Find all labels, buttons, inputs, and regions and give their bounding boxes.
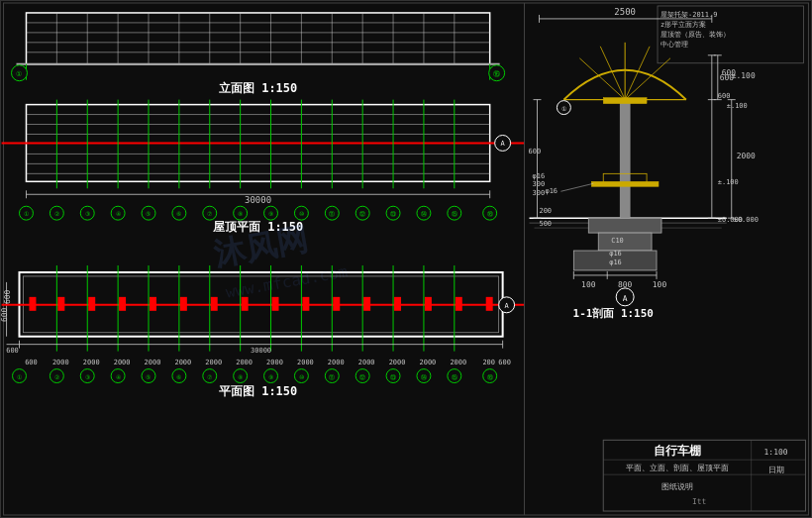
- svg-text:±.100: ±.100: [727, 102, 748, 110]
- svg-text:30000: 30000: [251, 347, 271, 355]
- svg-text:2000: 2000: [205, 359, 222, 366]
- svg-text:200: 200: [539, 207, 552, 215]
- svg-text:⑦: ⑦: [207, 373, 212, 380]
- svg-text:⑫: ⑫: [359, 210, 365, 217]
- svg-rect-101: [211, 297, 218, 311]
- svg-text:立面图 1:150: 立面图 1:150: [219, 81, 297, 95]
- svg-text:600: 600: [1, 307, 9, 322]
- svg-text:自行车棚: 自行车棚: [654, 444, 701, 458]
- svg-text:φ16: φ16: [609, 250, 622, 258]
- svg-rect-223: [620, 183, 630, 218]
- svg-text:②: ②: [54, 210, 59, 217]
- svg-text:600: 600: [6, 347, 19, 355]
- svg-text:⑨: ⑨: [268, 373, 273, 380]
- svg-text:2000: 2000: [174, 359, 191, 366]
- svg-text:Itt: Itt: [692, 497, 706, 506]
- svg-text:①: ①: [561, 105, 566, 112]
- svg-text:φ16: φ16: [533, 172, 546, 180]
- svg-text:600: 600: [498, 359, 511, 366]
- svg-text:C10: C10: [611, 237, 624, 245]
- svg-text:④: ④: [116, 373, 121, 380]
- svg-text:⑫: ⑫: [359, 373, 365, 380]
- svg-rect-104: [302, 297, 309, 311]
- svg-text:⑦: ⑦: [207, 210, 212, 217]
- svg-text:φ16: φ16: [545, 187, 558, 195]
- svg-text:平面图 1:150: 平面图 1:150: [219, 384, 297, 398]
- svg-text:600: 600: [720, 73, 735, 82]
- svg-text:①: ①: [16, 70, 22, 78]
- svg-text:z形平立面方案: z形平立面方案: [660, 20, 706, 29]
- svg-rect-103: [272, 297, 279, 311]
- svg-rect-98: [119, 297, 126, 311]
- svg-text:屋顶管（原告、装饰）: 屋顶管（原告、装饰）: [660, 31, 730, 39]
- svg-text:2000: 2000: [328, 359, 345, 366]
- svg-text:④: ④: [116, 210, 121, 217]
- svg-text:300: 300: [533, 189, 546, 197]
- svg-text:600: 600: [25, 359, 38, 366]
- svg-text:600: 600: [529, 148, 542, 155]
- svg-text:600: 600: [3, 289, 12, 304]
- svg-text:⑯: ⑯: [493, 70, 500, 78]
- svg-rect-221: [598, 233, 652, 251]
- svg-rect-209: [620, 100, 630, 184]
- svg-text:200: 200: [482, 359, 495, 366]
- svg-text:⑨: ⑨: [268, 210, 273, 217]
- svg-rect-96: [57, 297, 64, 311]
- svg-text:⑤: ⑤: [146, 210, 151, 217]
- svg-text:⑥: ⑥: [176, 210, 181, 217]
- svg-text:⑧: ⑧: [238, 373, 243, 380]
- svg-rect-224: [591, 181, 659, 186]
- svg-text:中心管理: 中心管理: [660, 41, 688, 49]
- svg-rect-99: [150, 297, 156, 311]
- svg-text:1:100: 1:100: [764, 448, 788, 457]
- main-container: ① ⑯ 立面图 1:150: [0, 0, 812, 518]
- svg-text:②: ②: [54, 373, 59, 380]
- svg-text:⑪: ⑪: [329, 373, 335, 380]
- svg-text:2000: 2000: [236, 359, 253, 366]
- svg-text:±0.000: ±0.000: [718, 216, 743, 224]
- svg-text:2000: 2000: [145, 359, 161, 366]
- svg-text:⑯: ⑯: [487, 210, 493, 217]
- svg-rect-109: [456, 297, 462, 311]
- svg-rect-100: [180, 297, 187, 311]
- svg-text:2000: 2000: [358, 359, 375, 366]
- svg-text:100: 100: [581, 280, 596, 289]
- svg-rect-107: [394, 297, 401, 311]
- svg-text:2000: 2000: [389, 359, 406, 366]
- svg-text:⑯: ⑯: [487, 373, 493, 380]
- svg-rect-97: [88, 297, 95, 311]
- svg-text:日期: 日期: [768, 466, 784, 474]
- svg-text:图纸说明: 图纸说明: [661, 482, 693, 491]
- svg-text:2000: 2000: [420, 359, 437, 366]
- svg-text:⑪: ⑪: [329, 210, 335, 217]
- svg-text:⑩: ⑩: [299, 210, 304, 217]
- svg-text:③: ③: [85, 373, 90, 380]
- drawing-svg: ① ⑯ 立面图 1:150: [1, 1, 811, 517]
- svg-text:⑥: ⑥: [176, 373, 181, 380]
- svg-text:①: ①: [17, 373, 22, 380]
- svg-text:2000: 2000: [114, 359, 131, 366]
- svg-text:⑬: ⑬: [390, 210, 396, 217]
- svg-text:⑤: ⑤: [146, 373, 151, 380]
- svg-text:2000: 2000: [297, 359, 314, 366]
- svg-text:±.100: ±.100: [732, 71, 756, 80]
- svg-text:①: ①: [24, 210, 29, 217]
- svg-text:⑬: ⑬: [390, 373, 396, 380]
- svg-text:500: 500: [539, 220, 552, 228]
- svg-text:A: A: [623, 294, 628, 303]
- svg-text:2000: 2000: [737, 152, 756, 160]
- svg-text:1-1剖面 1:150: 1-1剖面 1:150: [573, 307, 654, 320]
- svg-text:⑩: ⑩: [299, 373, 304, 380]
- svg-text:⑮: ⑮: [452, 373, 457, 380]
- svg-text:30000: 30000: [245, 195, 271, 205]
- svg-text:±.100: ±.100: [718, 178, 739, 186]
- svg-rect-108: [425, 297, 432, 311]
- svg-text:屋架托架-2011.9: 屋架托架-2011.9: [660, 11, 717, 19]
- svg-text:⑧: ⑧: [238, 210, 243, 217]
- svg-text:③: ③: [85, 210, 90, 217]
- svg-text:2000: 2000: [52, 359, 69, 366]
- svg-text:300: 300: [533, 180, 546, 188]
- svg-text:600: 600: [718, 92, 731, 100]
- svg-text:⑮: ⑮: [452, 210, 457, 217]
- svg-rect-106: [363, 297, 370, 311]
